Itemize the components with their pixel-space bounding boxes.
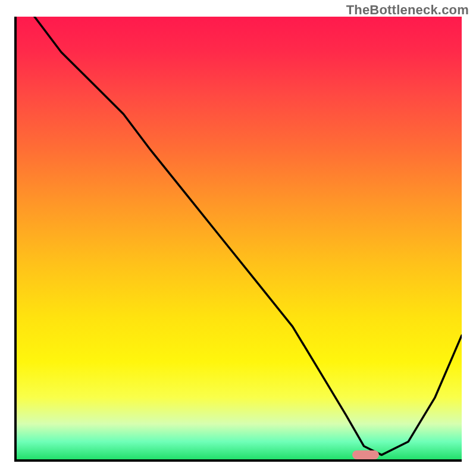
chart-canvas: TheBottleneck.com: [0, 0, 476, 476]
optimal-marker: [352, 450, 379, 459]
curve-svg: [17, 17, 462, 459]
bottleneck-curve: [35, 17, 462, 455]
watermark-text: TheBottleneck.com: [346, 2, 469, 18]
plot-area: [14, 17, 462, 462]
